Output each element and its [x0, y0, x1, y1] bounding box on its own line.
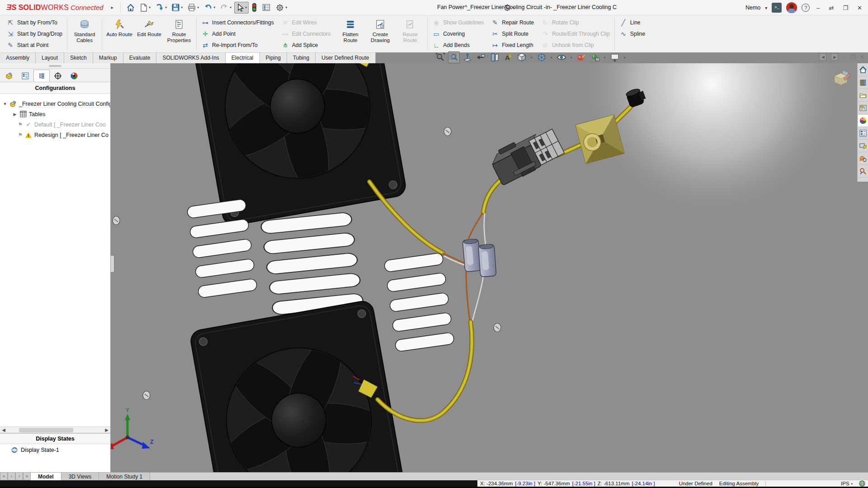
reimport-fromto-button[interactable]: ⇄Re-Import From/To — [201, 40, 274, 51]
route-properties-button[interactable]: Route Properties — [165, 17, 193, 51]
tab-electrical[interactable]: Electrical — [226, 52, 260, 63]
create-drawing-button[interactable]: Create Drawing — [366, 17, 395, 51]
tab-motion-study[interactable]: Motion Study 1 — [99, 473, 150, 480]
view-settings-button[interactable] — [609, 52, 621, 63]
units-selector[interactable]: IPS ▴ — [841, 481, 853, 486]
tab-model[interactable]: Model — [31, 473, 61, 480]
dropdown-arrow-icon[interactable]: ▾ — [549, 56, 554, 60]
save-button[interactable]: ▾ — [170, 2, 184, 14]
propertymanager-tab[interactable] — [17, 70, 33, 82]
display-state-item[interactable]: Display State-1 — [0, 444, 110, 456]
user-avatar[interactable] — [786, 2, 797, 13]
wall-screw[interactable] — [494, 324, 501, 332]
displaymanager-tab[interactable] — [66, 70, 82, 82]
custom-properties-button[interactable] — [858, 127, 868, 140]
add-splice-button[interactable]: ⋔Add Splice — [281, 40, 330, 51]
dimxpertmanager-tab[interactable] — [50, 70, 66, 82]
help-icon[interactable]: ? — [802, 4, 810, 12]
wall-screw[interactable] — [143, 391, 150, 400]
logo-flyout-arrow[interactable]: ▸ — [108, 3, 117, 12]
start-by-fromto-button[interactable]: ⇱Start by From/To — [6, 17, 62, 28]
pack-and-go-button[interactable] — [858, 140, 868, 152]
tab-solidworks-addins[interactable]: SOLIDWORKS Add-Ins — [156, 52, 225, 63]
split-route-button[interactable]: ✂Split Route — [491, 28, 534, 39]
print-button[interactable]: ▾ — [185, 2, 201, 14]
zoom-to-area-button[interactable] — [448, 52, 460, 63]
view-palette-button[interactable] — [858, 102, 868, 114]
redo-button[interactable]: ▾ — [218, 2, 233, 14]
wall-screw[interactable] — [444, 127, 451, 136]
normal-to-button[interactable] — [462, 52, 473, 63]
dropdown-arrow-icon[interactable]: ▾ — [529, 56, 534, 60]
tab-layout[interactable]: Layout — [36, 52, 64, 63]
appearances-scenes-button[interactable] — [858, 115, 868, 127]
flatten-route-button[interactable]: Flatten Route — [336, 17, 365, 51]
zoom-to-fit-button[interactable] — [434, 52, 446, 63]
forum-button[interactable] — [858, 153, 868, 165]
fixed-length-button[interactable]: ↦Fixed Length — [491, 40, 534, 51]
restore-button[interactable]: ❐ — [840, 5, 850, 11]
minimize-button[interactable]: – — [814, 5, 822, 11]
add-point-button[interactable]: ✛Add Point — [201, 28, 274, 39]
next-tab-button[interactable]: › — [15, 473, 23, 480]
first-tab-button[interactable]: « — [0, 473, 8, 480]
scroll-left-icon[interactable]: ◀ — [0, 427, 7, 432]
design-library-button[interactable] — [858, 77, 868, 89]
tab-user-defined-route[interactable]: User Defined Route — [316, 52, 375, 63]
tab-sketch[interactable]: Sketch — [64, 52, 93, 63]
panel-splitter-handle[interactable] — [111, 255, 114, 272]
insert-connectors-button[interactable]: ⊶Insert Connectors/Fittings — [201, 17, 274, 28]
user-name[interactable]: Nemo — [745, 5, 760, 11]
web-help-globe-icon[interactable] — [859, 480, 865, 487]
auto-route-button[interactable]: Auto Route — [105, 17, 134, 51]
file-explorer-button[interactable] — [858, 89, 868, 102]
panes-button[interactable]: ⇄ — [827, 5, 836, 11]
display-style-button[interactable] — [536, 52, 547, 63]
covering-button[interactable]: ▭Covering — [432, 28, 484, 39]
previous-view-button[interactable] — [475, 52, 487, 63]
dropdown-arrow-icon[interactable]: ▾ — [569, 56, 574, 60]
search-tools-button[interactable] — [858, 165, 868, 178]
tab-3d-views[interactable]: 3D Views — [61, 473, 99, 480]
panel-horizontal-scrollbar[interactable]: ◀ ▶ — [0, 427, 110, 433]
spline-tool-button[interactable]: ∿Spline — [619, 28, 645, 39]
last-tab-button[interactable]: » — [23, 473, 31, 480]
line-tool-button[interactable]: ╱Line — [619, 17, 645, 28]
start-by-dragdrop-button[interactable]: ⇲Start by Drag/Drop — [6, 28, 62, 39]
add-bends-button[interactable]: ∟Add Bends — [432, 40, 484, 51]
apply-scene-button[interactable] — [589, 52, 601, 63]
select-tool-button[interactable]: ▾ — [234, 2, 249, 14]
tree-item-redesign-config[interactable]: ⚑ Redesign [ _Freezer Liner Co — [0, 130, 110, 140]
new-document-button[interactable]: ▾ — [138, 2, 152, 14]
collapse-arrow-icon[interactable]: ▶ — [13, 112, 17, 117]
pane-right-button[interactable]: ▶ — [831, 53, 838, 61]
interference-check-button[interactable] — [250, 2, 259, 14]
panel-grip[interactable] — [49, 65, 61, 67]
dropdown-arrow-icon[interactable]: ▾ — [623, 56, 627, 60]
pane-left-button[interactable]: ◀ — [819, 53, 826, 61]
edit-appearance-button[interactable] — [576, 52, 587, 63]
hide-show-items-button[interactable] — [556, 52, 567, 63]
console-icon[interactable]: >_ — [772, 3, 782, 13]
view-orientation-button[interactable] — [516, 52, 528, 63]
tree-item-root[interactable]: ▼ _Freezer Liner Cooling Circuit Config — [0, 99, 110, 109]
scroll-right-icon[interactable]: ▶ — [103, 427, 110, 432]
undo-button[interactable]: ▾ — [202, 2, 217, 14]
scrollbar-thumb[interactable] — [19, 428, 73, 432]
close-button[interactable]: ✕ — [855, 5, 864, 11]
open-button[interactable]: ▾ — [153, 2, 169, 14]
user-dropdown-icon[interactable]: ▾ — [765, 5, 767, 10]
dynamic-annotation-views-button[interactable]: A — [502, 52, 514, 63]
home-button[interactable] — [124, 2, 137, 14]
tab-piping[interactable]: Piping — [260, 52, 287, 63]
tab-markup[interactable]: Markup — [93, 52, 123, 63]
3d-scene[interactable]: Y X Z — [111, 63, 868, 472]
wall-screw[interactable] — [113, 216, 120, 225]
start-at-point-button[interactable]: ✎Start at Point — [6, 40, 62, 51]
tab-tubing[interactable]: Tubing — [287, 52, 316, 63]
tab-assembly[interactable]: Assembly — [0, 52, 36, 63]
options-button[interactable]: ▾ — [274, 2, 289, 14]
edit-route-button[interactable]: Edit Route — [135, 17, 164, 51]
report-button[interactable] — [260, 2, 273, 14]
configurationmanager-tab[interactable] — [33, 70, 50, 82]
